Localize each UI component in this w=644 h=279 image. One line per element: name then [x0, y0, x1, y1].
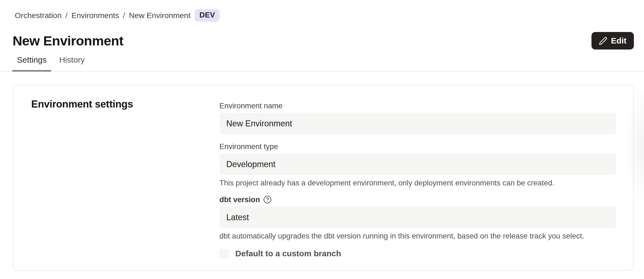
- breadcrumb-environments[interactable]: Environments: [71, 10, 119, 21]
- page-title: New Environment: [13, 33, 123, 48]
- field-dbt-version: dbt version Latest dbt automatically upg…: [219, 195, 616, 240]
- environment-name-input[interactable]: New Environment: [219, 113, 616, 134]
- field-environment-name: Environment name New Environment: [219, 102, 616, 134]
- environment-settings-card: Environment settings Environment name Ne…: [13, 85, 634, 271]
- environment-settings-page: Orchestration / Environments / New Envir…: [0, 9, 644, 279]
- edit-button-label: Edit: [611, 36, 626, 45]
- section-heading: Environment settings: [31, 98, 133, 110]
- edit-button[interactable]: Edit: [591, 32, 634, 50]
- custom-branch-row: Default to a custom branch: [219, 249, 616, 258]
- pencil-icon: [599, 37, 607, 45]
- breadcrumb-separator: /: [65, 10, 68, 21]
- environment-name-label: Environment name: [219, 102, 616, 110]
- help-circle-icon[interactable]: [263, 195, 272, 204]
- environment-type-label: Environment type: [219, 143, 616, 151]
- dbt-version-input[interactable]: Latest: [219, 207, 616, 228]
- breadcrumb: Orchestration / Environments / New Envir…: [15, 9, 644, 22]
- field-environment-type: Environment type Development This projec…: [219, 143, 616, 187]
- dbt-version-label: dbt version: [219, 195, 616, 204]
- dbt-version-label-text: dbt version: [219, 196, 260, 204]
- environment-settings-form: Environment name New Environment Environ…: [219, 102, 616, 258]
- custom-branch-label: Default to a custom branch: [235, 249, 341, 258]
- environment-type-helper-text: This project already has a development e…: [219, 179, 616, 187]
- environment-dev-badge: DEV: [195, 9, 220, 22]
- dbt-version-helper-text: dbt automatically upgrades the dbt versi…: [219, 232, 616, 240]
- tab-settings[interactable]: Settings: [12, 56, 51, 72]
- breadcrumb-orchestration[interactable]: Orchestration: [15, 10, 62, 21]
- environment-type-input[interactable]: Development: [219, 153, 616, 175]
- custom-branch-checkbox[interactable]: [219, 249, 229, 258]
- breadcrumb-new-environment[interactable]: New Environment: [129, 10, 190, 21]
- breadcrumb-separator: /: [123, 10, 125, 21]
- tab-bar: Settings History: [0, 56, 644, 72]
- page-header: New Environment Edit: [13, 32, 634, 50]
- tab-history[interactable]: History: [54, 56, 89, 72]
